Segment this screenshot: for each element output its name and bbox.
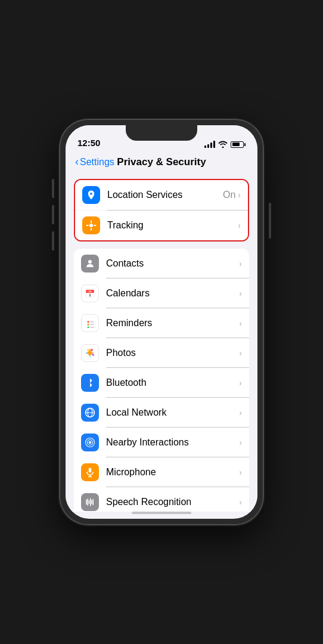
- calendars-item[interactable]: CAL 1 Calendars ›: [74, 278, 249, 308]
- microphone-icon: [81, 463, 99, 481]
- location-services-value: On: [223, 190, 235, 200]
- svg-point-7: [88, 321, 89, 323]
- signal-icon: [204, 141, 215, 148]
- reminders-icon: [81, 314, 99, 332]
- svg-point-17: [89, 441, 92, 444]
- svg-rect-11: [90, 324, 94, 325]
- svg-rect-20: [89, 467, 92, 472]
- svg-text:CAL: CAL: [88, 290, 92, 293]
- tracking-item[interactable]: Tracking ›: [75, 210, 248, 240]
- contacts-label: Contacts: [106, 258, 239, 269]
- back-chevron-icon: ‹: [75, 156, 79, 168]
- reminders-label: Reminders: [106, 318, 239, 329]
- photos-icon: [81, 344, 99, 362]
- content-area: Location Services On › Tracking ›: [66, 174, 257, 512]
- photos-item[interactable]: Photos ›: [74, 338, 249, 368]
- svg-rect-25: [89, 500, 90, 504]
- location-services-chevron: ›: [238, 190, 241, 200]
- location-services-icon: [82, 186, 100, 204]
- wifi-icon: [218, 141, 228, 148]
- svg-rect-24: [88, 499, 89, 506]
- permissions-section: Contacts › CAL 1 Calendars ›: [74, 249, 249, 512]
- status-time: 12:50: [77, 138, 100, 148]
- local-network-chevron: ›: [239, 408, 242, 417]
- nearby-interactions-icon: [81, 434, 99, 451]
- svg-point-8: [88, 323, 89, 325]
- svg-rect-28: [93, 499, 94, 505]
- calendars-icon: CAL 1: [81, 284, 99, 302]
- bluetooth-chevron: ›: [239, 378, 242, 388]
- local-network-icon: [81, 404, 99, 422]
- speech-recognition-label: Speech Recognition: [106, 497, 239, 507]
- bluetooth-icon: [81, 374, 99, 392]
- tracking-icon: [82, 216, 100, 234]
- speech-recognition-icon: [81, 493, 99, 511]
- page-title: Privacy & Security: [117, 156, 206, 168]
- phone-screen: 12:50: [66, 125, 257, 519]
- microphone-chevron: ›: [239, 467, 242, 477]
- calendars-label: Calendars: [106, 288, 239, 299]
- photos-chevron: ›: [239, 348, 242, 358]
- back-button[interactable]: ‹ Settings: [75, 156, 114, 168]
- contacts-icon: [81, 255, 99, 273]
- back-label: Settings: [80, 157, 114, 168]
- phone-frame: 12:50: [60, 119, 263, 525]
- nav-bar: ‹ Settings Privacy & Security: [66, 151, 257, 174]
- calendars-chevron: ›: [239, 289, 242, 298]
- svg-rect-23: [86, 499, 87, 504]
- bluetooth-label: Bluetooth: [106, 377, 239, 388]
- svg-point-1: [88, 260, 92, 264]
- svg-point-0: [89, 224, 93, 227]
- reminders-chevron: ›: [239, 318, 242, 328]
- battery-icon: [231, 141, 246, 148]
- home-indicator: [132, 512, 191, 514]
- contacts-chevron: ›: [239, 259, 242, 268]
- photos-label: Photos: [106, 348, 239, 358]
- svg-rect-27: [91, 500, 92, 504]
- local-network-item[interactable]: Local Network ›: [74, 398, 249, 428]
- svg-rect-12: [90, 327, 94, 328]
- speech-recognition-item[interactable]: Speech Recognition ›: [74, 487, 249, 512]
- nearby-interactions-chevron: ›: [239, 438, 242, 447]
- tracking-chevron: ›: [238, 221, 241, 230]
- svg-point-9: [88, 326, 89, 328]
- notch: [126, 125, 197, 141]
- bluetooth-item[interactable]: Bluetooth ›: [74, 368, 249, 398]
- nearby-interactions-item[interactable]: Nearby Interactions ›: [74, 428, 249, 457]
- nearby-interactions-label: Nearby Interactions: [106, 437, 239, 448]
- svg-rect-10: [90, 321, 94, 323]
- microphone-label: Microphone: [106, 467, 239, 478]
- location-section: Location Services On › Tracking ›: [74, 179, 249, 242]
- svg-rect-26: [90, 498, 91, 506]
- contacts-item[interactable]: Contacts ›: [74, 249, 249, 278]
- local-network-label: Local Network: [106, 407, 239, 418]
- svg-text:1: 1: [89, 293, 91, 296]
- reminders-item[interactable]: Reminders ›: [74, 308, 249, 338]
- location-services-item[interactable]: Location Services On ›: [75, 180, 248, 210]
- svg-point-13: [88, 351, 92, 355]
- tracking-label: Tracking: [107, 220, 238, 231]
- status-icons: [204, 141, 246, 148]
- microphone-item[interactable]: Microphone ›: [74, 457, 249, 487]
- location-services-label: Location Services: [107, 190, 223, 200]
- speech-recognition-chevron: ›: [239, 497, 242, 507]
